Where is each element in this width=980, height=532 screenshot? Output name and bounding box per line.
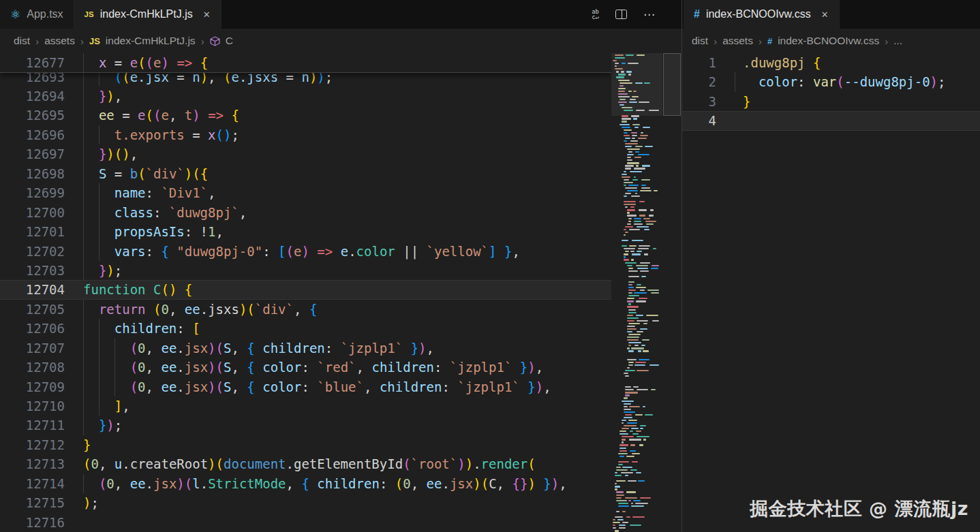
indent-guide bbox=[83, 300, 84, 319]
breadcrumb-item-symbol[interactable]: C bbox=[226, 35, 233, 47]
code-line-12713[interactable]: 12713(0, u.createRoot)(document.getEleme… bbox=[0, 454, 611, 473]
close-icon[interactable]: ✕ bbox=[203, 10, 211, 20]
indent-guide bbox=[83, 183, 84, 202]
code-line-12696[interactable]: 12696 t.exports = x(); bbox=[0, 125, 611, 144]
code-text: (0, ee.jsx)(S, { color: `blue`, children… bbox=[65, 377, 611, 396]
line-number: 12704 bbox=[0, 280, 65, 299]
code-line-4[interactable]: 4 bbox=[682, 111, 980, 130]
scrollbar-slider[interactable] bbox=[663, 53, 681, 116]
code-line-12707[interactable]: 12707 (0, ee.jsx)(S, { children: `jzplp1… bbox=[0, 339, 611, 358]
breadcrumb-item-file[interactable]: index-BCNOOIvw.css bbox=[778, 35, 879, 47]
indent-guide bbox=[83, 164, 84, 183]
indent-guide bbox=[83, 319, 84, 338]
code-text: }); bbox=[65, 261, 611, 280]
code-line-12697[interactable]: 12697 })(), bbox=[0, 144, 611, 163]
indent-guide bbox=[99, 183, 99, 202]
code-line-12708[interactable]: 12708 (0, ee.jsx)(S, { color: `red`, chi… bbox=[0, 358, 611, 377]
code-line-12714[interactable]: 12714 (0, ee.jsx)(l.StrictMode, { childr… bbox=[0, 474, 611, 493]
code-text: propsAsIs: !1, bbox=[65, 222, 611, 241]
line-number: 2 bbox=[682, 72, 716, 91]
vscode-window: { "glyphs": { "close": "✕", "separator":… bbox=[0, 0, 980, 532]
code-line-2[interactable]: 2 color: var(--duwg8pj-0); bbox=[682, 72, 980, 91]
css-hash-icon: # bbox=[694, 8, 700, 20]
indent-guide bbox=[114, 339, 115, 358]
code-editor-css[interactable]: 1.duwg8pj {2 color: var(--duwg8pj-0);3}4 bbox=[682, 53, 980, 532]
code-line-3[interactable]: 3} bbox=[682, 92, 980, 111]
code-line-12699[interactable]: 12699 name: `Div1`, bbox=[0, 183, 611, 202]
code-line-12677[interactable]: 12677 x = e((e) => { bbox=[0, 53, 611, 72]
breadcrumb-item-dist[interactable]: dist bbox=[692, 35, 708, 47]
breadcrumb-item-dist[interactable]: dist bbox=[14, 35, 30, 47]
code-line-12694[interactable]: 12694 }), bbox=[0, 87, 611, 106]
tab-app-tsx[interactable]: ⚛ App.tsx bbox=[0, 0, 74, 29]
indent-guide bbox=[83, 125, 84, 144]
breadcrumb-item-assets[interactable]: assets bbox=[44, 35, 75, 47]
code-line-12701[interactable]: 12701 propsAsIs: !1, bbox=[0, 222, 611, 241]
indent-guide bbox=[83, 87, 84, 106]
chevron-right-icon: › bbox=[35, 35, 39, 47]
line-number: 12694 bbox=[0, 87, 65, 106]
editor-actions: abc↵ ⋯ bbox=[592, 0, 656, 29]
line-number: 12703 bbox=[0, 261, 65, 280]
js-icon: JS bbox=[89, 36, 100, 46]
line-number: 12709 bbox=[0, 377, 65, 396]
code-text: }), bbox=[65, 87, 611, 106]
code-text: color: var(--duwg8pj-0); bbox=[716, 72, 980, 91]
code-line-12712[interactable]: 12712} bbox=[0, 435, 611, 454]
code-text: } bbox=[65, 435, 611, 454]
minimap-viewport[interactable] bbox=[611, 53, 662, 116]
breadcrumb-item-file[interactable]: index-CmHkLPtJ.js bbox=[106, 35, 196, 47]
code-line-12711[interactable]: 12711 }); bbox=[0, 416, 611, 435]
indent-guide bbox=[99, 339, 99, 358]
code-line-12716[interactable]: 12716 bbox=[0, 513, 611, 532]
code-text: ], bbox=[65, 396, 611, 416]
indent-guide bbox=[83, 261, 84, 280]
code-line-12710[interactable]: 12710 ], bbox=[0, 396, 611, 416]
indent-guide bbox=[83, 396, 84, 416]
indent-guide bbox=[735, 72, 735, 91]
code-line-12715[interactable]: 12715); bbox=[0, 493, 611, 512]
chevron-right-icon: › bbox=[759, 35, 762, 47]
code-text: } bbox=[716, 92, 980, 111]
tab-index-js[interactable]: JS index-CmHkLPtJ.js ✕ bbox=[74, 0, 221, 29]
breadcrumb-item-more[interactable]: ... bbox=[893, 35, 902, 47]
chevron-right-icon: › bbox=[80, 35, 84, 47]
chevron-right-icon: › bbox=[201, 35, 204, 47]
code-line-12703[interactable]: 12703 }); bbox=[0, 261, 611, 280]
code-line-12705[interactable]: 12705 return (0, ee.jsxs)(`div`, { bbox=[0, 300, 611, 319]
code-line-12700[interactable]: 12700 class: `duwg8pj`, bbox=[0, 203, 611, 222]
indent-guide bbox=[99, 358, 99, 377]
word-wrap-icon[interactable]: abc↵ bbox=[592, 9, 599, 20]
code-editor-js[interactable]: 12693 ((e.jsx = n), (e.jsxs = n));12694 … bbox=[0, 53, 682, 532]
code-text bbox=[716, 111, 980, 130]
indent-guide bbox=[99, 377, 99, 396]
line-number: 12699 bbox=[0, 183, 65, 202]
sticky-scroll-line[interactable]: 12677 x = e((e) => { bbox=[0, 53, 611, 73]
code-text: (0, ee.jsx)(l.StrictMode, { children: (0… bbox=[65, 474, 611, 493]
tab-bar-right: # index-BCNOOIvw.css ✕ bbox=[682, 0, 980, 29]
line-number: 12701 bbox=[0, 222, 65, 241]
code-line-12709[interactable]: 12709 (0, ee.jsx)(S, { color: `blue`, ch… bbox=[0, 377, 611, 396]
indent-guide bbox=[83, 358, 84, 377]
close-icon[interactable]: ✕ bbox=[821, 10, 829, 20]
tab-bar-left: ⚛ App.tsx JS index-CmHkLPtJ.js ✕ abc↵ ⋯ bbox=[0, 0, 682, 29]
indent-guide bbox=[83, 242, 84, 261]
code-line-12698[interactable]: 12698 S = b(`div`)({ bbox=[0, 164, 611, 183]
breadcrumb-item-assets[interactable]: assets bbox=[722, 35, 753, 47]
code-text: function C() { bbox=[65, 280, 611, 299]
code-line-1[interactable]: 1.duwg8pj { bbox=[682, 53, 980, 72]
more-actions-icon[interactable]: ⋯ bbox=[643, 7, 656, 22]
watermark: 掘金技术社区 @ 漂流瓶jz bbox=[750, 497, 968, 521]
indent-guide bbox=[83, 416, 84, 435]
line-number: 12695 bbox=[0, 106, 65, 125]
split-editor-icon[interactable] bbox=[615, 10, 627, 19]
code-line-12706[interactable]: 12706 children: [ bbox=[0, 319, 611, 338]
line-number: 12712 bbox=[0, 435, 65, 454]
code-line-12695[interactable]: 12695 ee = e((e, t) => { bbox=[0, 106, 611, 125]
minimap[interactable] bbox=[611, 53, 662, 532]
vertical-scrollbar[interactable] bbox=[662, 53, 682, 532]
tab-index-css[interactable]: # index-BCNOOIvw.css ✕ bbox=[684, 0, 840, 29]
react-icon: ⚛ bbox=[10, 9, 20, 20]
code-line-12702[interactable]: 12702 vars: { "duwg8pj-0": [(e) => e.col… bbox=[0, 242, 611, 261]
code-line-12704[interactable]: 12704function C() { bbox=[0, 280, 611, 299]
